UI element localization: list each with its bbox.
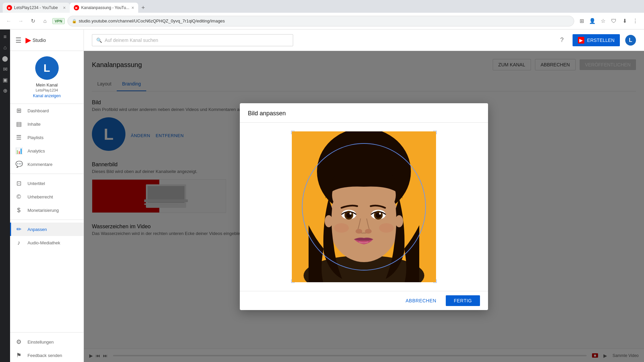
sidebar-item-untertitel[interactable]: ⊡ Untertitel — [10, 177, 84, 190]
sidebar-item-label-feedback: Feedback senden — [28, 353, 62, 358]
sidebar-item-urheberrecht[interactable]: © Urheberrecht — [10, 190, 84, 203]
channel-link[interactable]: Kanal anzeigen — [33, 94, 61, 98]
profile-icon[interactable]: 👤 — [588, 16, 597, 26]
reload-button[interactable]: ↻ — [28, 16, 38, 26]
sidebar-item-einstellungen[interactable]: ⚙ Einstellungen — [10, 335, 84, 349]
sidebar-icon-circle[interactable]: ⬤ — [0, 54, 10, 63]
sidebar-item-label-playlists: Playlists — [28, 135, 44, 140]
sidebar-item-label-audio: Audio-Mediathek — [28, 240, 60, 245]
channel-section: L Mein Kanal LetsPlay1234 Kanal anzeigen — [10, 51, 84, 104]
svg-point-22 — [334, 223, 349, 233]
nav-divider-1 — [10, 174, 84, 174]
sidebar-icon-home[interactable]: ⌂ — [0, 43, 10, 52]
user-avatar[interactable]: L — [625, 35, 636, 46]
yt-studio-logo: ▶ Studio — [25, 36, 46, 45]
studio-text: Studio — [33, 38, 46, 43]
urheberrecht-icon: © — [15, 193, 22, 200]
einstellungen-icon: ⚙ — [15, 338, 22, 346]
svg-point-19 — [379, 213, 381, 215]
sidebar-item-label-dashboard: Dashboard — [28, 108, 49, 113]
sidebar-item-analytics[interactable]: 📊 Analytics — [10, 144, 84, 158]
sidebar-item-monetarisierung[interactable]: $ Monetarisierung — [10, 203, 84, 217]
lock-icon: 🔒 — [72, 19, 77, 23]
browser-tab-2[interactable]: ▶ Kanalanpassung - YouTu... × — [70, 3, 138, 13]
playlists-icon: ☰ — [15, 134, 22, 141]
portrait-svg — [292, 131, 436, 282]
tab-favicon-2: ▶ — [74, 5, 79, 10]
studio-content: 🔍 Auf deinem Kanal suchen ? ▶ ERSTELLEN … — [84, 29, 644, 362]
sidebar-icon-mail[interactable]: ✉ — [0, 64, 10, 74]
create-label: ERSTELLEN — [587, 38, 614, 43]
help-button[interactable]: ? — [556, 35, 567, 46]
crop-image[interactable] — [292, 131, 436, 282]
hamburger-icon[interactable]: ☰ — [15, 36, 21, 44]
app-layout: ≡ ⌂ ⬤ ✉ ▣ ⊕ ☰ ▶ Studio L Mein Kanal Lets… — [0, 29, 644, 362]
sidebar-item-audio[interactable]: ♪ Audio-Mediathek — [10, 236, 84, 249]
menu-icon[interactable]: ⋮ — [631, 16, 640, 26]
back-button[interactable]: ← — [4, 16, 13, 26]
studio-layout: ☰ ▶ Studio L Mein Kanal LetsPlay1234 Kan… — [10, 29, 644, 362]
sidebar-icon-dots[interactable]: ⊕ — [0, 86, 10, 95]
modal-cancel-button[interactable]: ABBRECHEN — [400, 295, 442, 306]
new-tab-button[interactable]: + — [138, 3, 148, 13]
sidebar-item-label-einstellungen: Einstellungen — [28, 340, 54, 345]
top-actions: ? ▶ ERSTELLEN L — [556, 34, 636, 46]
sidebar-icon-instagram[interactable]: ▣ — [0, 75, 10, 84]
sidebar-item-playlists[interactable]: ☰ Playlists — [10, 131, 84, 144]
vpn-badge: VPN — [52, 18, 65, 24]
tab-close-2[interactable]: × — [131, 5, 134, 10]
channel-avatar: L — [35, 56, 59, 80]
svg-point-15 — [350, 213, 352, 215]
browser-chrome: ▶ LetsPlay1234 - YouTube × ▶ Kanalanpass… — [0, 0, 644, 29]
studio-nav: ☰ ▶ Studio L Mein Kanal LetsPlay1234 Kan… — [10, 29, 84, 362]
sidebar-item-label-urheberrecht: Urheberrecht — [28, 194, 53, 199]
svg-point-20 — [356, 229, 362, 234]
sidebar-item-label-anpassen: Anpassen — [28, 227, 47, 232]
tab-close-1[interactable]: × — [63, 5, 66, 10]
modal-body — [240, 123, 488, 291]
active-indicator — [10, 223, 11, 236]
create-button[interactable]: ▶ ERSTELLEN — [573, 34, 620, 46]
sidebar-item-anpassen[interactable]: ✏ Anpassen — [10, 223, 84, 236]
download-icon[interactable]: ⬇ — [620, 16, 629, 26]
sidebar-item-inhalte[interactable]: ▤ Inhalte — [10, 117, 84, 131]
analytics-icon: 📊 — [15, 147, 22, 155]
sidebar-item-dashboard[interactable]: ⊞ Dashboard — [10, 104, 84, 117]
address-bar[interactable]: 🔒 studio.youtube.com/channel/UCocN6zQPHQ… — [67, 16, 574, 26]
sidebar-icon-menu[interactable]: ≡ — [0, 32, 10, 42]
crop-wrapper — [292, 131, 436, 282]
tab-favicon-1: ▶ — [7, 5, 12, 10]
extensions-icon[interactable]: ⊞ — [577, 16, 586, 26]
anpassen-icon: ✏ — [15, 226, 22, 233]
shield-icon[interactable]: 🛡 — [609, 16, 619, 26]
tab-title-2: Kanalanpassung - YouTu... — [81, 5, 129, 10]
modal: Bild anpassen — [240, 103, 488, 310]
sidebar-item-label-monetarisierung: Monetarisierung — [28, 208, 59, 213]
modal-done-button[interactable]: FERTIG — [446, 295, 480, 306]
studio-header: ☰ ▶ Studio — [10, 29, 84, 51]
dashboard-icon: ⊞ — [15, 107, 22, 114]
sidebar-item-feedback[interactable]: ⚑ Feedback senden — [10, 349, 84, 362]
forward-button[interactable]: → — [16, 16, 25, 26]
icon-sidebar: ≡ ⌂ ⬤ ✉ ▣ ⊕ — [0, 29, 10, 362]
nav-divider-2 — [10, 220, 84, 220]
search-placeholder: Auf deinem Kanal suchen — [105, 38, 158, 43]
search-bar[interactable]: 🔍 Auf deinem Kanal suchen — [92, 34, 293, 46]
modal-overlay[interactable]: Bild anpassen — [84, 51, 644, 362]
crop-container[interactable] — [288, 128, 439, 286]
sidebar-item-kommentare[interactable]: 💬 Kommentare — [10, 158, 84, 171]
nav-divider-3 — [10, 332, 84, 333]
modal-header: Bild anpassen — [240, 103, 488, 123]
svg-point-21 — [365, 229, 372, 234]
feedback-icon: ⚑ — [15, 352, 22, 359]
browser-tabs: ▶ LetsPlay1234 - YouTube × ▶ Kanalanpass… — [0, 0, 644, 13]
home-button[interactable]: ⌂ — [40, 16, 50, 26]
star-icon[interactable]: ☆ — [598, 16, 608, 26]
modal-footer: ABBRECHEN FERTIG — [240, 291, 488, 310]
page-body: Kanalanpassung ZUM KANAL ABBRECHEN VERÖF… — [84, 51, 644, 362]
kommentare-icon: 💬 — [15, 161, 22, 168]
create-video-icon: ▶ — [578, 37, 584, 44]
toolbar-actions: ⊞ 👤 ☆ 🛡 ⬇ ⋮ — [577, 16, 640, 26]
modal-title: Bild anpassen — [248, 110, 480, 117]
browser-tab-1[interactable]: ▶ LetsPlay1234 - YouTube × — [3, 3, 70, 13]
